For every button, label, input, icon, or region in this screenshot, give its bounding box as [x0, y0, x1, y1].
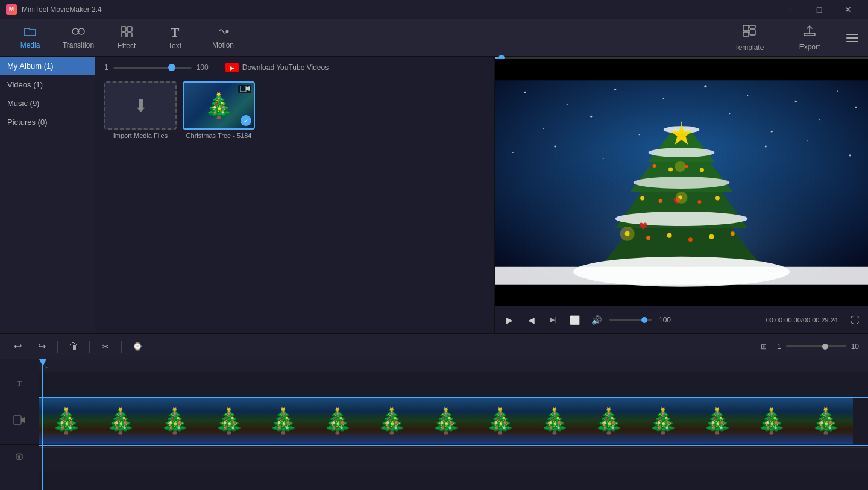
- window-controls: − □ ✕: [776, 0, 862, 19]
- strip-frame-11: [582, 398, 636, 444]
- main-area: My Album (1) Videos (1) Music (9) Pictur…: [0, 57, 868, 333]
- preview-pane: ▶ ◀ ▶| ⬜ 🔊 100 00:00:00.00/00:00:29.24 ⛶: [494, 57, 868, 333]
- preview-svg: [495, 59, 868, 306]
- svg-point-62: [700, 168, 704, 172]
- svg-point-30: [855, 107, 857, 108]
- svg-rect-47: [495, 267, 868, 285]
- timeline-area: ↩ ↪ 🗑 ✂ ⌚ ⊞ 1 10 T: [0, 333, 868, 490]
- audio-track-label[interactable]: [0, 445, 39, 469]
- toolbar-item-template[interactable]: Template: [722, 21, 776, 55]
- toolbar-item-export[interactable]: Export: [782, 21, 837, 55]
- toolbar-right: Template Export: [722, 21, 862, 55]
- svg-rect-8: [750, 25, 755, 28]
- total-time: 00:00:29.24: [803, 316, 838, 324]
- svg-point-25: [639, 134, 640, 135]
- svg-rect-12: [240, 86, 246, 92]
- volume-button[interactable]: 🔊: [588, 312, 605, 328]
- strip-frame-4: [202, 398, 256, 444]
- sidebar-item-myalbum[interactable]: My Album (1): [0, 57, 95, 75]
- svg-point-50: [667, 233, 672, 238]
- svg-rect-7: [743, 25, 749, 31]
- sidebar-item-videos[interactable]: Videos (1): [0, 75, 95, 94]
- christmas-label: Christmas Tree - 5184: [183, 132, 255, 139]
- svg-rect-5: [127, 33, 132, 37]
- time-display: 00:00:00.00/00:00:29.24: [766, 316, 838, 324]
- svg-point-18: [663, 98, 664, 99]
- video-badge: [238, 85, 251, 93]
- toolbar-item-media[interactable]: Media: [6, 21, 54, 55]
- timeline-zoom-slider[interactable]: [786, 345, 846, 347]
- effect-label: Effect: [118, 42, 136, 50]
- volume-value: 100: [659, 316, 671, 324]
- svg-point-59: [653, 164, 656, 168]
- svg-point-53: [731, 231, 735, 236]
- undo-button[interactable]: ↩: [9, 338, 26, 355]
- toolbar-item-text[interactable]: T Text: [151, 21, 199, 55]
- maximize-button[interactable]: □: [805, 0, 833, 19]
- svg-point-15: [524, 92, 526, 93]
- check-badge: ✓: [241, 115, 251, 126]
- delete-button[interactable]: 🗑: [65, 338, 82, 355]
- text-track: [39, 372, 868, 395]
- svg-point-57: [697, 200, 701, 204]
- christmas-tree-media-item[interactable]: 🎄 ✓ Christmas Tree - 5184: [183, 81, 255, 139]
- fullframe-button[interactable]: ⬜: [566, 312, 583, 328]
- svg-point-27: [729, 113, 730, 114]
- volume-slider[interactable]: [609, 319, 652, 321]
- svg-point-34: [765, 146, 767, 148]
- svg-point-54: [640, 196, 644, 200]
- svg-point-36: [849, 155, 851, 157]
- media-grid: ⬇ Import Media Files 🎄 ✓: [101, 78, 488, 142]
- svg-point-33: [603, 158, 604, 159]
- preview-controls: ▶ ◀ ▶| ⬜ 🔊 100 00:00:00.00/00:00:29.24 ⛶: [495, 306, 868, 333]
- rewind-button[interactable]: ◀: [523, 312, 539, 328]
- svg-point-17: [614, 89, 616, 90]
- effect-icon: [120, 25, 133, 39]
- timeline-add-button[interactable]: ⊞: [755, 338, 772, 355]
- split-button[interactable]: ✂: [97, 338, 114, 355]
- svg-point-35: [807, 140, 808, 141]
- svg-point-26: [681, 122, 682, 124]
- svg-rect-3: [127, 27, 132, 31]
- strip-frame-5: [256, 398, 310, 444]
- redo-button[interactable]: ↪: [33, 338, 50, 355]
- youtube-icon: ▶: [225, 63, 239, 72]
- minimize-button[interactable]: −: [776, 0, 804, 19]
- audio-track: [39, 447, 868, 471]
- import-thumb[interactable]: ⬇: [104, 81, 177, 130]
- svg-point-64: [620, 227, 635, 241]
- zoom-slider[interactable]: [113, 67, 192, 69]
- timeline-playhead[interactable]: [42, 359, 43, 490]
- svg-point-31: [512, 152, 514, 153]
- zoom-thumb: [168, 64, 175, 71]
- svg-point-32: [554, 146, 556, 148]
- close-button[interactable]: ✕: [834, 0, 862, 19]
- separator-2: [89, 341, 90, 353]
- import-media-item[interactable]: ⬇ Import Media Files: [104, 81, 177, 139]
- video-track[interactable]: [39, 397, 868, 446]
- svg-point-58: [715, 196, 720, 200]
- speed-button[interactable]: ⌚: [129, 338, 146, 355]
- sidebar-item-music[interactable]: Music (9): [0, 94, 95, 113]
- current-time: 00:00:00.00: [766, 316, 801, 324]
- hamburger-menu[interactable]: [843, 21, 862, 55]
- video-track-label[interactable]: [0, 395, 39, 445]
- play-button[interactable]: ▶: [501, 312, 518, 328]
- step-forward-button[interactable]: ▶|: [544, 312, 561, 328]
- separator-3: [121, 341, 122, 353]
- sidebar-item-pictures[interactable]: Pictures (0): [0, 113, 95, 131]
- strip-frame-10: [527, 398, 582, 444]
- import-icon: ⬇: [134, 96, 148, 116]
- svg-rect-11: [804, 33, 815, 36]
- svg-rect-67: [14, 416, 21, 424]
- youtube-download[interactable]: ▶ Download YouTube Videos: [225, 63, 329, 72]
- toolbar-item-transition[interactable]: Transition: [54, 21, 102, 55]
- toolbar-item-motion[interactable]: Motion: [199, 21, 247, 55]
- toolbar-item-effect[interactable]: Effect: [102, 21, 151, 55]
- app-icon: M: [6, 4, 17, 15]
- sidebar: My Album (1) Videos (1) Music (9) Pictur…: [0, 57, 95, 333]
- fullscreen-button[interactable]: ⛶: [848, 313, 862, 327]
- svg-point-49: [646, 236, 650, 240]
- media-browser: 1 100 ▶ Download YouTube Videos ⬇ Import…: [95, 57, 494, 333]
- svg-rect-2: [121, 27, 126, 31]
